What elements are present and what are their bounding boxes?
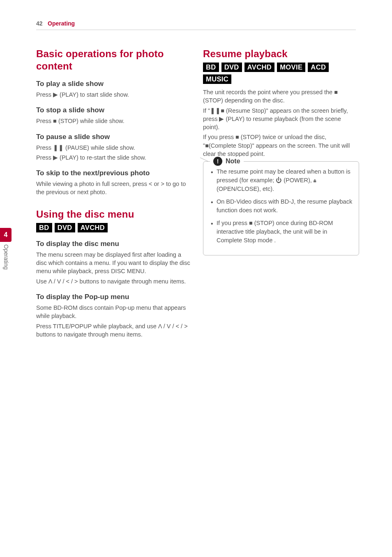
note-header: ! Note (210, 157, 244, 166)
heading-using-disc-menu: Using the disc menu (36, 208, 192, 220)
body-skip-photo: While viewing a photo in full screen, pr… (36, 180, 192, 197)
tag-avchd: AVCHD (78, 223, 108, 232)
body-pause-slideshow-b: Press ▶ (PLAY) to re-start the slide sho… (36, 153, 192, 162)
left-column: Basic operations for photo content To pl… (36, 39, 192, 340)
tag-movie: MOVIE (277, 63, 305, 72)
note-item: If you press ■ (STOP) once during BD-ROM… (211, 219, 353, 245)
note-title: Note (226, 158, 240, 165)
resume-playback-tags: BD DVD AVCHD MOVIE ACD MUSIC (203, 63, 359, 84)
subheading-skip-photo: To skip to the next/previous photo (36, 169, 192, 177)
tag-music: MUSIC (203, 74, 231, 84)
subheading-display-popup-menu: To display the Pop-up menu (36, 293, 192, 301)
note-list: The resume point may be cleared when a b… (211, 167, 353, 245)
side-chapter-number: 4 (4, 231, 8, 239)
note-item: The resume point may be cleared when a b… (211, 167, 353, 193)
note-box: ! Note The resume point may be cleared w… (203, 161, 359, 255)
subheading-display-disc-menu: To display the disc menu (36, 240, 192, 248)
side-chapter-label: Operating (1, 244, 9, 269)
tag-dvd: DVD (55, 223, 75, 232)
tag-dvd: DVD (221, 63, 242, 72)
body-pause-slideshow-a: Press ❚❚ (PAUSE) while slide show. (36, 144, 192, 152)
body-resume-p3: If you press ■ (STOP) twice or unload th… (203, 133, 359, 158)
tag-bd: BD (203, 63, 219, 72)
note-leader-line (200, 158, 208, 162)
note-item: On BD-Video discs with BD-J, the resume … (211, 197, 353, 215)
heading-basic-operations: Basic operations for photo content (36, 48, 192, 72)
body-display-popup-menu-b: Press TITLE/POPUP while playback, and us… (36, 322, 192, 339)
body-display-disc-menu-b: Use Λ / V / < / > buttons to navigate th… (36, 277, 192, 285)
subheading-pause-slideshow: To pause a slide show (36, 133, 192, 141)
page-section-label: Operating (48, 20, 75, 27)
body-resume-p2: If "❚❚■ (Resume Stop)" appears on the sc… (203, 107, 359, 132)
page-number: 42 (36, 20, 43, 27)
heading-resume-playback: Resume playback (203, 48, 359, 60)
body-stop-slideshow: Press ■ (STOP) while slide show. (36, 117, 192, 125)
tag-acd: ACD (308, 63, 329, 72)
body-resume-p1: The unit records the point where you pre… (203, 88, 359, 105)
body-play-slideshow: Press ▶ (PLAY) to start slide show. (36, 91, 192, 99)
page-header: 42 Operating (36, 20, 356, 30)
subheading-stop-slideshow: To stop a slide show (36, 106, 192, 114)
tag-bd: BD (36, 223, 52, 232)
tag-avchd: AVCHD (244, 63, 274, 72)
note-bang-icon: ! (213, 157, 222, 166)
disc-menu-tags: BD DVD AVCHD (36, 223, 192, 232)
body-display-popup-menu-a: Some BD-ROM discs contain Pop-up menu th… (36, 304, 192, 320)
subheading-play-slideshow: To play a slide show (36, 80, 192, 88)
side-chapter-tab: 4 (0, 228, 12, 242)
body-display-disc-menu-a: The menu screen may be displayed first a… (36, 251, 192, 276)
right-column: Resume playback BD DVD AVCHD MOVIE ACD M… (203, 39, 359, 255)
